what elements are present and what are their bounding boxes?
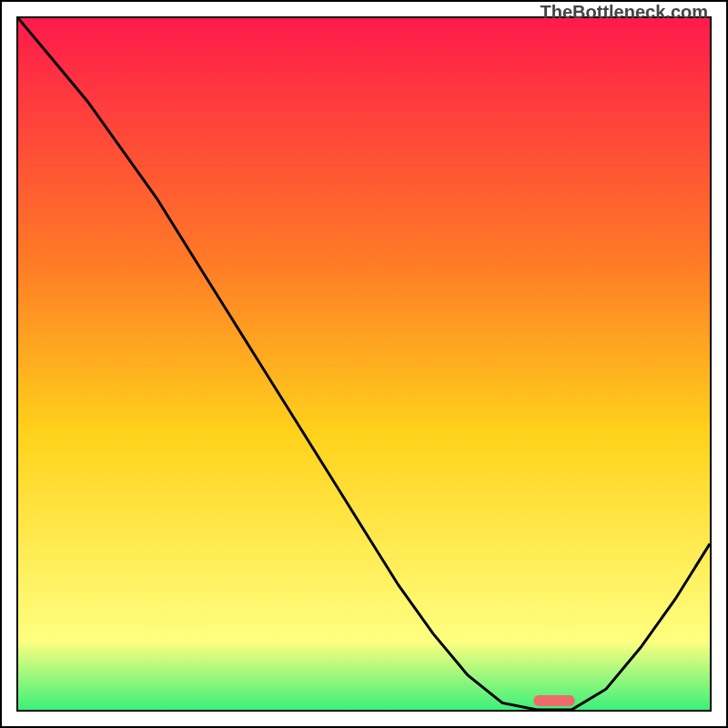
watermark-text: TheBottleneck.com xyxy=(541,2,708,23)
bottleneck-chart: TheBottleneck.com xyxy=(0,0,728,728)
chart-svg xyxy=(18,18,710,710)
gradient-background xyxy=(18,18,710,710)
optimum-marker xyxy=(533,695,575,706)
plot-area xyxy=(16,16,712,712)
